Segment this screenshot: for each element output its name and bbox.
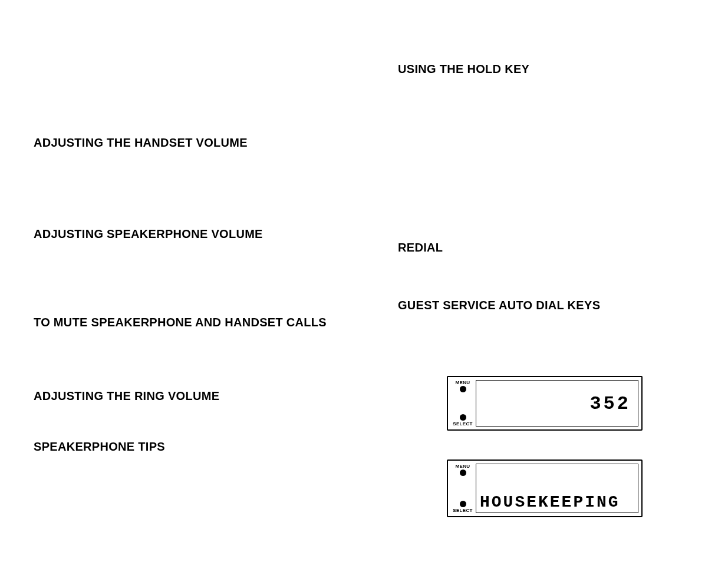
heading-guest-service: GUEST SERVICE AUTO DIAL KEYS	[398, 299, 600, 312]
menu-label: MENU	[456, 380, 470, 385]
lcd-panel-1: MENU SELECT 352	[447, 376, 643, 431]
lcd-value-2: HOUSEKEEPING	[480, 493, 620, 511]
select-dot-icon	[460, 414, 466, 421]
lcd-value-1: 352	[589, 392, 631, 414]
heading-redial: REDIAL	[398, 241, 443, 254]
heading-mute: TO MUTE SPEAKERPHONE AND HANDSET CALLS	[34, 316, 327, 329]
menu-label: MENU	[456, 464, 470, 469]
menu-dot-icon	[460, 470, 466, 476]
heading-speakerphone-tips: SPEAKERPHONE TIPS	[34, 440, 165, 454]
select-label: SELECT	[453, 508, 472, 513]
select-label: SELECT	[453, 421, 472, 427]
lcd-panel-2: MENU SELECT HOUSEKEEPING	[447, 459, 643, 517]
lcd-labels-2: MENU SELECT	[451, 464, 475, 513]
heading-ring-volume: ADJUSTING THE RING VOLUME	[34, 389, 219, 403]
lcd-labels-1: MENU SELECT	[451, 380, 475, 427]
select-dot-icon	[460, 501, 466, 507]
lcd-screen-1: 352	[476, 380, 638, 427]
lcd-screen-2: HOUSEKEEPING	[476, 464, 638, 513]
heading-speakerphone-volume: ADJUSTING SPEAKERPHONE VOLUME	[34, 227, 263, 241]
heading-hold-key: USING THE HOLD KEY	[398, 62, 529, 76]
menu-dot-icon	[460, 386, 466, 392]
heading-handset-volume: ADJUSTING THE HANDSET VOLUME	[34, 136, 248, 150]
